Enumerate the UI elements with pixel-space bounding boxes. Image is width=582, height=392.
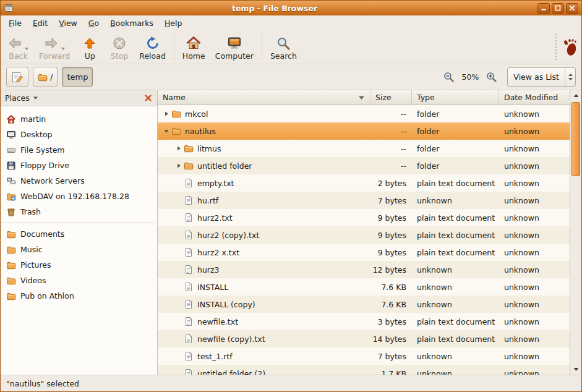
file-row[interactable]: hurz2 (copy).txt9 bytesplain text docume… — [158, 226, 570, 244]
expander-collapsed-icon[interactable] — [173, 145, 184, 151]
sidebar-item-file-system[interactable]: File System — [1, 142, 157, 158]
toolbar-drag-handle[interactable] — [554, 34, 558, 61]
close-button[interactable] — [566, 3, 578, 14]
menu-file[interactable]: File — [3, 17, 27, 30]
file-size: -- — [370, 109, 412, 119]
sidebar-item-documents[interactable]: Documents — [1, 226, 157, 242]
sidebar-header: Places — [1, 90, 157, 106]
sidebar-item-trash[interactable]: Trash — [1, 204, 157, 219]
zoom-in-button[interactable] — [484, 70, 499, 85]
desktop-icon — [6, 130, 16, 140]
scrollbar-track[interactable] — [570, 101, 581, 364]
file-icon — [184, 230, 194, 240]
minimize-button[interactable] — [537, 3, 550, 14]
search-button[interactable]: Search — [265, 33, 302, 62]
scroll-up-icon[interactable] — [570, 90, 581, 101]
throbber-logo — [561, 37, 580, 58]
file-row[interactable]: newfile (copy).txt14 bytesplain text doc… — [158, 330, 570, 347]
column-header-size[interactable]: Size — [370, 90, 412, 104]
window-title: temp - File Browser — [14, 4, 536, 13]
menu-go[interactable]: Go — [83, 17, 105, 30]
file-name: empty.txt — [197, 178, 234, 188]
up-button[interactable]: Up — [75, 33, 105, 62]
file-type: unknown — [412, 265, 499, 275]
file-size: 2 bytes — [370, 179, 412, 188]
column-header-type[interactable]: Type — [412, 90, 499, 104]
scrollbar-thumb[interactable] — [571, 102, 580, 176]
list-header: Name Size Type Date Modified — [158, 90, 570, 105]
toggle-location-entry-button[interactable] — [6, 67, 28, 87]
file-size: 7.6 KB — [370, 300, 412, 309]
file-type: plain text document — [412, 317, 499, 326]
file-name: nautilus — [185, 126, 216, 136]
sidebar-item-pictures[interactable]: Pictures — [1, 257, 157, 273]
menu-edit[interactable]: Edit — [27, 17, 53, 30]
arrow-left-icon — [7, 36, 22, 51]
file-row[interactable]: hu.rtf7 bytesunknownunknown — [158, 192, 570, 209]
titlebar[interactable]: temp - File Browser — [1, 1, 581, 15]
dropdown-arrow-icon — [24, 47, 29, 51]
maximize-button[interactable] — [552, 3, 564, 14]
file-modified: unknown — [499, 317, 570, 326]
home-button[interactable]: Home — [178, 33, 210, 62]
sidebar-title[interactable]: Places — [5, 93, 30, 103]
status-text: "nautilus" selected — [6, 379, 79, 388]
folder-icon — [6, 276, 16, 286]
file-name: INSTALL (copy) — [197, 299, 255, 309]
file-modified: unknown — [499, 127, 570, 136]
file-row[interactable]: test_1.rtf7 bytesunknownunknown — [158, 347, 570, 365]
menu-bookmarks[interactable]: Bookmarks — [105, 17, 159, 30]
sidebar-item-videos[interactable]: Videos — [1, 273, 157, 288]
file-row[interactable]: untitled folder--folderunknown — [158, 157, 570, 174]
file-row[interactable]: INSTALL (copy)7.6 KBunknownunknown — [158, 296, 570, 313]
path-root-button[interactable]: / — [33, 67, 58, 87]
zoom-out-button[interactable] — [442, 70, 456, 85]
file-row[interactable]: hurz2.txt9 bytesplain text documentunkno… — [158, 209, 570, 226]
reload-button[interactable]: Reload — [134, 33, 171, 62]
sidebar-separator — [1, 223, 156, 223]
zoom-out-icon — [443, 72, 455, 83]
sidebar-item-pub-on-athlon[interactable]: Pub on Athlon — [1, 288, 157, 304]
file-row[interactable]: hurz2 x.txt9 bytesplain text documentunk… — [158, 244, 570, 261]
scroll-down-icon[interactable] — [570, 364, 581, 375]
toolbar-separator — [262, 35, 262, 61]
sidebar-item-floppy-drive[interactable]: Floppy Drive — [1, 158, 157, 173]
sidebar-item-music[interactable]: Music — [1, 242, 157, 257]
computer-button[interactable]: Computer — [210, 33, 259, 62]
arrow-up-icon — [82, 36, 97, 51]
expander-collapsed-icon[interactable] — [161, 111, 171, 117]
sidebar-item-martin[interactable]: martin — [1, 111, 157, 127]
column-header-name[interactable]: Name — [158, 90, 370, 104]
sidebar-item-webdav-on-192-168-178-28[interactable]: WebDAV on 192.168.178.28 — [1, 189, 157, 204]
file-type: folder — [412, 109, 499, 119]
path-current-button[interactable]: temp — [62, 67, 93, 87]
file-size: 7 bytes — [370, 196, 412, 205]
file-row[interactable]: litmus--folderunknown — [158, 140, 570, 157]
sidebar-item-desktop[interactable]: Desktop — [1, 127, 157, 142]
file-name: newfile.txt — [197, 317, 238, 326]
file-icon — [184, 178, 194, 188]
shared-folder-icon — [6, 192, 16, 202]
file-size: 9 bytes — [370, 213, 412, 223]
file-type: plain text document — [412, 179, 499, 188]
vertical-scrollbar[interactable] — [570, 90, 581, 375]
forward-button: Forward — [34, 33, 75, 62]
expander-expanded-icon[interactable] — [161, 128, 171, 134]
file-row[interactable]: newfile.txt3 bytesplain text documentunk… — [158, 313, 570, 330]
file-row[interactable]: INSTALL7.6 KBunknownunknown — [158, 278, 570, 296]
file-name: hurz2 (copy).txt — [197, 230, 259, 240]
file-row[interactable]: untitled folder (2)1.7 KBunknownunknown — [158, 365, 570, 375]
view-as-dropdown[interactable]: View as List — [507, 67, 576, 87]
file-name: hu.rtf — [197, 195, 218, 205]
file-row[interactable]: empty.txt2 bytesplain text documentunkno… — [158, 174, 570, 192]
file-row[interactable]: mkcol--folderunknown — [158, 105, 570, 122]
column-header-date-modified[interactable]: Date Modified — [499, 90, 570, 104]
menu-view[interactable]: View — [53, 17, 83, 30]
expander-collapsed-icon[interactable] — [173, 163, 184, 169]
sidebar-close-button[interactable] — [143, 93, 153, 103]
file-row[interactable]: nautilus--folderunknown — [158, 122, 570, 140]
sidebar-item-network-servers[interactable]: Network Servers — [1, 173, 157, 189]
places-sidebar: Places martinDesktopFile SystemFloppy Dr… — [1, 90, 158, 375]
file-row[interactable]: hurz312 bytesunknownunknown — [158, 261, 570, 278]
menu-help[interactable]: Help — [159, 17, 188, 30]
